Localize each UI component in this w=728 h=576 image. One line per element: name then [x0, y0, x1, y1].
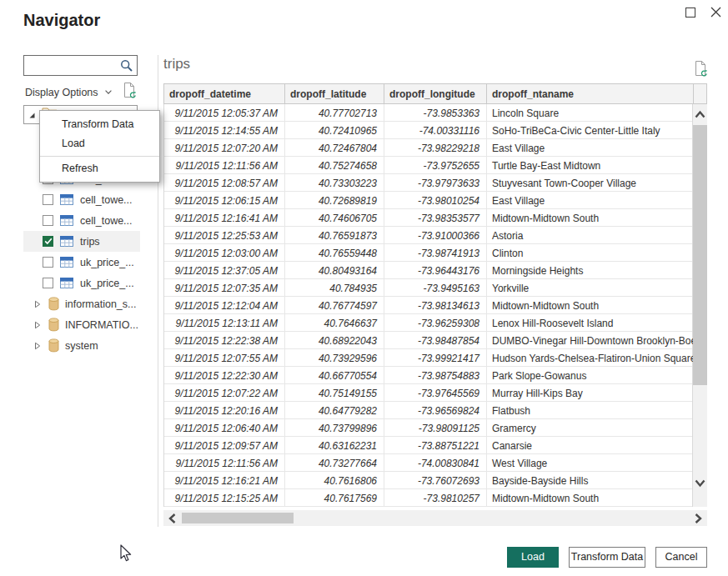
- chevron-right-icon[interactable]: [34, 300, 41, 308]
- cell: -73.98010254: [384, 192, 487, 208]
- cell: 40.75274658: [285, 157, 384, 173]
- table-row[interactable]: 9/11/2015 12:11:56 AM40.75274658-73.9752…: [164, 157, 692, 174]
- table-row[interactable]: 9/11/2015 12:05:37 AM40.77702713-73.9853…: [164, 104, 692, 122]
- checkbox[interactable]: [43, 236, 53, 247]
- table-row[interactable]: 9/11/2015 12:13:11 AM40.7646637-73.96259…: [164, 314, 692, 332]
- cell: -73.96569824: [384, 402, 487, 418]
- column-header-dropoff-datetime[interactable]: dropoff_datetime: [164, 84, 285, 103]
- tree-item-information-s[interactable]: information_s...: [23, 293, 140, 314]
- close-icon[interactable]: [710, 6, 723, 19]
- table-row[interactable]: 9/11/2015 12:16:21 AM40.7616806-73.76072…: [164, 472, 692, 489]
- cell: -73.9853363: [384, 104, 487, 121]
- table-row[interactable]: 9/11/2015 12:03:00 AM40.76559448-73.9874…: [164, 244, 692, 262]
- cell: 9/11/2015 12:16:21 AM: [164, 472, 285, 488]
- tree-item-label: uk_price_...: [80, 278, 134, 289]
- table-row[interactable]: 9/11/2015 12:07:35 AM40.784935-73.949516…: [164, 279, 692, 297]
- tree-item-trips[interactable]: trips: [23, 231, 140, 252]
- tree-item-uk-price[interactable]: uk_price_...: [23, 273, 140, 293]
- cell: 40.7616806: [285, 472, 384, 488]
- table-header: dropoff_datetimedropoff_latitudedropoff_…: [163, 83, 707, 104]
- tree-item-cell-towe[interactable]: cell_towe...: [23, 189, 140, 210]
- tree-item-uk-price[interactable]: uk_price_...: [23, 252, 140, 273]
- chevron-down-icon: [105, 85, 112, 97]
- expand-arrow-icon[interactable]: [28, 108, 36, 123]
- tree-item-informatio[interactable]: INFORMATIO...: [23, 314, 140, 335]
- cell: East Village: [487, 192, 694, 208]
- scrollbar-up-icon[interactable]: [694, 108, 706, 123]
- load-button[interactable]: Load: [507, 547, 559, 568]
- table-row[interactable]: 9/11/2015 12:07:55 AM40.73929596-73.9992…: [164, 349, 692, 367]
- table-icon: [60, 215, 73, 226]
- transform-data-button[interactable]: Transform Data: [569, 547, 645, 568]
- cell: 9/11/2015 12:20:16 AM: [164, 402, 285, 418]
- cell: 9/11/2015 12:12:04 AM: [164, 297, 285, 313]
- cell: 40.66770554: [285, 367, 384, 383]
- column-header-dropoff-latitude[interactable]: dropoff_latitude: [285, 84, 384, 103]
- column-header-dropoff-ntaname[interactable]: dropoff_ntaname: [487, 84, 694, 103]
- chevron-right-icon[interactable]: [34, 321, 41, 329]
- checkbox[interactable]: [43, 257, 53, 268]
- tree-item-label: system: [65, 340, 98, 352]
- cell: Canarsie: [487, 437, 694, 453]
- search-box[interactable]: [23, 55, 138, 76]
- scrollbar-left-icon[interactable]: [168, 513, 177, 528]
- menu-item-load[interactable]: Load: [40, 134, 159, 153]
- table-row[interactable]: 9/11/2015 12:11:56 AM40.73277664-74.0083…: [164, 454, 692, 472]
- cell: SoHo-TriBeCa-Civic Center-Little Italy: [487, 122, 694, 138]
- checkbox[interactable]: [43, 278, 53, 288]
- vertical-scrollbar-thumb[interactable]: [693, 125, 707, 385]
- database-icon: [48, 338, 59, 353]
- cancel-button[interactable]: Cancel: [655, 547, 707, 568]
- tree-item-label: cell_towe...: [80, 194, 133, 206]
- tree-item-cell-towe[interactable]: cell_towe...: [23, 210, 140, 231]
- cell: -73.98754883: [384, 367, 487, 383]
- table-row[interactable]: 9/11/2015 12:16:41 AM40.74606705-73.9835…: [164, 209, 692, 227]
- search-input[interactable]: [26, 57, 119, 74]
- cell: 9/11/2015 12:07:20 AM: [164, 139, 285, 156]
- cell: -73.76072693: [384, 472, 487, 488]
- scrollbar-down-icon[interactable]: [694, 476, 706, 491]
- table-row[interactable]: 9/11/2015 12:25:53 AM40.76591873-73.9100…: [164, 227, 692, 244]
- table-row[interactable]: 9/11/2015 12:22:38 AM40.68922043-73.9848…: [164, 332, 692, 349]
- cell: 9/11/2015 12:09:57 AM: [164, 437, 285, 453]
- table-row[interactable]: 9/11/2015 12:37:05 AM40.80493164-73.9644…: [164, 262, 692, 279]
- table-row[interactable]: 9/11/2015 12:08:57 AM40.73303223-73.9797…: [164, 174, 692, 192]
- cell: -73.88751221: [384, 437, 487, 453]
- horizontal-scrollbar-thumb[interactable]: [182, 513, 294, 523]
- table-row[interactable]: 9/11/2015 12:12:04 AM40.76774597-73.9813…: [164, 297, 692, 314]
- table-row[interactable]: 9/11/2015 12:20:16 AM40.64779282-73.9656…: [164, 402, 692, 419]
- table-row[interactable]: 9/11/2015 12:14:55 AM40.72410965-74.0033…: [164, 122, 692, 139]
- cell: -73.98091125: [384, 419, 487, 436]
- search-icon[interactable]: [120, 59, 133, 76]
- checkbox[interactable]: [43, 194, 53, 205]
- table-row[interactable]: 9/11/2015 12:09:57 AM40.63162231-73.8875…: [164, 437, 692, 454]
- chevron-right-icon[interactable]: [34, 342, 41, 350]
- table-row[interactable]: 9/11/2015 12:06:40 AM40.73799896-73.9809…: [164, 419, 692, 437]
- table-row[interactable]: 9/11/2015 12:06:15 AM40.72689819-73.9801…: [164, 192, 692, 209]
- table-row[interactable]: 9/11/2015 12:15:25 AM40.7617569-73.98102…: [164, 489, 692, 507]
- tree-item-system[interactable]: system: [23, 335, 140, 356]
- menu-item-refresh[interactable]: Refresh: [40, 159, 159, 178]
- cell: East Village: [487, 139, 694, 156]
- cell: 9/11/2015 12:22:30 AM: [164, 367, 285, 383]
- horizontal-scrollbar[interactable]: [163, 510, 707, 526]
- refresh-navigator-icon[interactable]: [122, 82, 138, 103]
- refresh-preview-icon[interactable]: [693, 60, 709, 82]
- cell: -73.98353577: [384, 209, 487, 226]
- maximize-icon[interactable]: [685, 8, 695, 18]
- cell: 9/11/2015 12:08:57 AM: [164, 174, 285, 191]
- scrollbar-right-icon[interactable]: [694, 513, 703, 528]
- cell: -73.97973633: [384, 174, 487, 191]
- table-row[interactable]: 9/11/2015 12:07:22 AM40.75149155-73.9764…: [164, 384, 692, 402]
- cell: 40.73799896: [285, 419, 384, 436]
- display-options-dropdown[interactable]: Display Options: [25, 85, 112, 98]
- table-row[interactable]: 9/11/2015 12:07:20 AM40.72467804-73.9822…: [164, 139, 692, 157]
- cell: 40.72689819: [285, 192, 384, 208]
- table-row[interactable]: 9/11/2015 12:22:30 AM40.66770554-73.9875…: [164, 367, 692, 384]
- column-header-dropoff-longitude[interactable]: dropoff_longitude: [384, 84, 487, 103]
- menu-item-transform-data[interactable]: Transform Data: [40, 115, 159, 134]
- cell: 9/11/2015 12:05:37 AM: [164, 104, 285, 121]
- checkbox[interactable]: [43, 215, 53, 226]
- vertical-scrollbar[interactable]: [693, 104, 707, 507]
- table-icon: [60, 278, 73, 288]
